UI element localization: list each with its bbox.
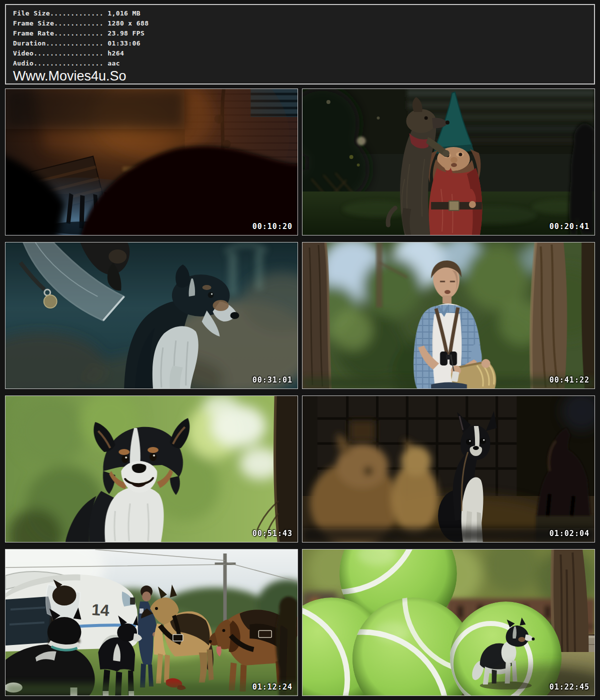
- scene-tennis-balls: [302, 550, 594, 696]
- timestamp-overlay: 00:51:43: [252, 529, 292, 538]
- scene-gnome-night: [302, 89, 594, 235]
- timestamp-overlay: 00:10:20: [252, 222, 292, 231]
- media-info-panel: File Size............. 1,016 MB Frame Si…: [5, 4, 595, 84]
- site-watermark: Www.Movies4u.So: [13, 68, 588, 84]
- screenshot-cell-5: 00:51:43: [5, 396, 298, 542]
- info-line-duration: Duration.............. 01:33:06: [13, 38, 588, 48]
- timestamp-overlay: 01:22:45: [550, 682, 590, 692]
- timestamp-overlay: 01:02:04: [550, 529, 590, 538]
- info-line-video: Video................. h264: [13, 48, 588, 58]
- scene-man-forest: [302, 242, 594, 388]
- screenshot-cell-4: 00:41:22: [302, 242, 595, 389]
- info-line-frame-rate: Frame Rate............ 23.98 FPS: [13, 28, 588, 38]
- timestamp-overlay: 01:12:24: [252, 682, 292, 692]
- screenshot-cell-6: 01:02:04: [302, 396, 595, 542]
- screenshot-cell-3: 00:31:01: [5, 242, 298, 389]
- screenshot-cell-2: 00:20:41: [302, 88, 595, 236]
- timestamp-overlay: 00:20:41: [550, 222, 590, 231]
- info-line-frame-size: Frame Size............ 1280 x 688: [13, 18, 588, 28]
- info-line-file-size: File Size............. 1,016 MB: [13, 8, 588, 18]
- scene-night-backyard: [6, 89, 298, 235]
- screenshot-cell-7: 14: [5, 549, 298, 696]
- scene-k9-dogs-van: 14: [6, 550, 298, 696]
- scene-boston-terrier: [302, 396, 594, 542]
- van-number: 14: [91, 600, 110, 620]
- screenshot-cell-1: 00:10:20: [5, 88, 298, 236]
- screenshot-grid: 00:10:20: [5, 88, 595, 696]
- info-line-audio: Audio................. aac: [13, 58, 588, 68]
- screenshot-cell-8: 01:22:45: [302, 549, 595, 696]
- scene-aussie-profile: [6, 242, 298, 388]
- timestamp-overlay: 00:31:01: [252, 376, 292, 384]
- scene-aussie-closeup: [6, 396, 298, 542]
- timestamp-overlay: 00:41:22: [550, 376, 590, 384]
